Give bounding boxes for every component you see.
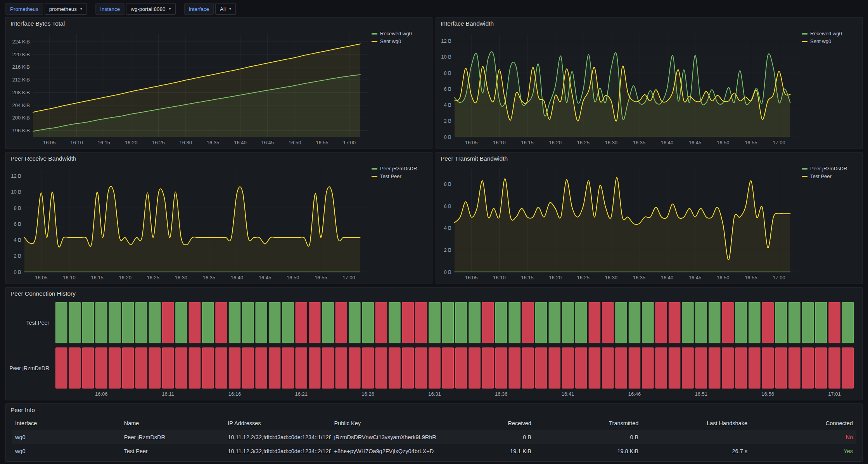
legend-item-received-wg0[interactable]: Received wg0 bbox=[372, 31, 412, 36]
svg-text:16:20: 16:20 bbox=[549, 275, 562, 280]
svg-text:16:10: 16:10 bbox=[70, 140, 83, 145]
panel-title: Peer Info bbox=[10, 407, 35, 414]
panel-header[interactable]: Interface Bandwidth bbox=[436, 17, 862, 30]
panel-peer-transmit-bandwidth: Peer Transmit Bandwidth 0 B2 B4 B6 B8 B1… bbox=[436, 152, 863, 284]
panel-header[interactable]: Interface Bytes Total bbox=[6, 17, 432, 30]
svg-text:8 B: 8 B bbox=[444, 181, 451, 187]
column-header-name[interactable]: Name bbox=[121, 416, 225, 430]
legend-item-received-wg0[interactable]: Received wg0 bbox=[802, 31, 842, 36]
svg-text:16:16: 16:16 bbox=[228, 391, 241, 397]
svg-text:208 KiB: 208 KiB bbox=[12, 90, 30, 95]
panel-header[interactable]: Peer Info bbox=[6, 404, 862, 416]
legend: Peer jRzmDsDRTest Peer bbox=[802, 165, 860, 282]
cell-transmitted: 19.8 KiB bbox=[534, 444, 641, 458]
svg-text:16:50: 16:50 bbox=[287, 275, 299, 280]
chevron-down-icon: ▾ bbox=[169, 7, 171, 11]
legend-swatch bbox=[372, 41, 377, 42]
svg-text:16:25: 16:25 bbox=[152, 140, 165, 145]
svg-text:16:15: 16:15 bbox=[98, 140, 111, 145]
panel-row-3: Peer Connection History Test PeerPeer jR… bbox=[5, 287, 863, 400]
svg-text:17:00: 17:00 bbox=[343, 140, 356, 145]
variable-dropdown-instance[interactable]: wg-portal:8080▾ bbox=[126, 3, 175, 15]
svg-text:16:30: 16:30 bbox=[180, 140, 192, 145]
svg-text:16:35: 16:35 bbox=[203, 275, 216, 280]
panel-row-1: Interface Bytes Total 196 KiB200 KiB204 … bbox=[5, 17, 863, 149]
svg-text:16:15: 16:15 bbox=[521, 140, 534, 145]
svg-text:16:05: 16:05 bbox=[43, 140, 56, 145]
interface-bandwidth-chart[interactable]: 0 B2 B4 B6 B8 B10 B12 B16:0516:1016:1516… bbox=[438, 30, 802, 147]
svg-text:16:25: 16:25 bbox=[147, 275, 159, 280]
peer-connection-history-timeline[interactable]: Test PeerPeer jRzmDsDR16:0616:1116:1616:… bbox=[8, 300, 860, 398]
cell-received: 0 B bbox=[444, 430, 534, 444]
svg-text:16:45: 16:45 bbox=[259, 275, 271, 280]
variable-dropdown-prometheus[interactable]: prometheus▾ bbox=[45, 3, 87, 15]
legend: Peer jRzmDsDRTest Peer bbox=[372, 165, 430, 282]
svg-text:16:40: 16:40 bbox=[234, 140, 247, 145]
peer-transmit-bandwidth-chart[interactable]: 0 B2 B4 B6 B8 B16:0516:1016:1516:2016:25… bbox=[438, 165, 802, 282]
svg-text:224 KiB: 224 KiB bbox=[12, 39, 30, 45]
column-header-transmitted[interactable]: Transmitted bbox=[534, 416, 641, 430]
legend-label: Received wg0 bbox=[380, 31, 412, 36]
column-header-connected[interactable]: Connected bbox=[750, 416, 856, 430]
svg-text:16:10: 16:10 bbox=[63, 275, 76, 280]
svg-text:10 B: 10 B bbox=[11, 189, 21, 195]
svg-text:16:45: 16:45 bbox=[261, 140, 274, 145]
panel-row-4: Peer Info InterfaceNameIP AddressesPubli… bbox=[5, 403, 863, 462]
svg-text:16:10: 16:10 bbox=[493, 140, 506, 145]
legend-item-test-peer[interactable]: Test Peer bbox=[372, 173, 401, 179]
legend-item-peer-jrzmdsdr[interactable]: Peer jRzmDsDR bbox=[802, 166, 847, 171]
panel-header[interactable]: Peer Receive Bandwidth bbox=[6, 152, 432, 165]
panel-header[interactable]: Peer Transmit Bandwidth bbox=[436, 152, 862, 165]
variable-dropdown-interface[interactable]: All▾ bbox=[215, 3, 236, 15]
cell-name: Test Peer bbox=[121, 444, 225, 458]
svg-text:16:55: 16:55 bbox=[315, 275, 327, 280]
svg-text:16:35: 16:35 bbox=[207, 140, 220, 145]
svg-text:16:20: 16:20 bbox=[125, 140, 138, 145]
legend-item-sent-wg0[interactable]: Sent wg0 bbox=[802, 38, 831, 44]
panel-peer-connection-history: Peer Connection History Test PeerPeer jR… bbox=[5, 287, 863, 400]
cell-last-handshake bbox=[641, 430, 750, 444]
legend-label: Peer jRzmDsDR bbox=[380, 166, 417, 171]
svg-text:216 KiB: 216 KiB bbox=[12, 64, 30, 70]
column-header-received[interactable]: Received bbox=[444, 416, 534, 430]
cell-last-handshake: 26.7 s bbox=[641, 444, 750, 458]
svg-text:16:11: 16:11 bbox=[162, 391, 174, 397]
svg-text:0 B: 0 B bbox=[444, 134, 451, 140]
svg-text:220 KiB: 220 KiB bbox=[12, 52, 30, 57]
panel-title: Peer Connection History bbox=[10, 290, 76, 297]
variable-label-instance[interactable]: Instance bbox=[95, 3, 124, 15]
svg-text:Peer jRzmDsDR: Peer jRzmDsDR bbox=[9, 365, 49, 371]
panel-header[interactable]: Peer Connection History bbox=[6, 287, 862, 300]
legend-swatch bbox=[802, 33, 807, 35]
legend-item-peer-jrzmdsdr[interactable]: Peer jRzmDsDR bbox=[372, 166, 417, 171]
svg-text:16:05: 16:05 bbox=[465, 275, 478, 280]
legend-label: Test Peer bbox=[380, 173, 401, 179]
variable-value-text: prometheus bbox=[49, 6, 77, 12]
panel-peer-info: Peer Info InterfaceNameIP AddressesPubli… bbox=[5, 403, 863, 462]
legend-item-test-peer[interactable]: Test Peer bbox=[802, 173, 832, 179]
legend-swatch bbox=[802, 41, 807, 42]
column-header-interface[interactable]: Interface bbox=[12, 416, 121, 430]
cell-public-key: +8he+pyWH7Oa9g2FVjIxQzy04brLX+D bbox=[331, 444, 444, 458]
cell-name: Peer jRzmDsDR bbox=[121, 430, 225, 444]
interface-bytes-total-chart[interactable]: 196 KiB200 KiB204 KiB208 KiB212 KiB216 K… bbox=[8, 30, 372, 147]
variable-label-interface[interactable]: Interface bbox=[184, 3, 214, 15]
column-header-last-handshake[interactable]: Last Handshake bbox=[641, 416, 750, 430]
legend-item-sent-wg0[interactable]: Sent wg0 bbox=[372, 38, 401, 44]
peer-receive-bandwidth-chart[interactable]: 0 B2 B4 B6 B8 B10 B12 B16:0516:1016:1516… bbox=[8, 165, 372, 282]
svg-text:16:50: 16:50 bbox=[717, 140, 730, 145]
svg-text:16:20: 16:20 bbox=[549, 140, 562, 145]
column-header-public-key[interactable]: Public Key bbox=[331, 416, 444, 430]
svg-text:16:31: 16:31 bbox=[428, 391, 441, 397]
svg-text:16:40: 16:40 bbox=[231, 275, 244, 280]
column-header-ip-addresses[interactable]: IP Addresses bbox=[225, 416, 331, 430]
variable-label-prometheus[interactable]: Prometheus bbox=[5, 3, 43, 15]
svg-text:16:40: 16:40 bbox=[661, 275, 674, 280]
svg-text:4 B: 4 B bbox=[444, 225, 451, 231]
svg-text:212 KiB: 212 KiB bbox=[12, 77, 30, 83]
legend-swatch bbox=[802, 168, 807, 170]
svg-text:16:40: 16:40 bbox=[661, 140, 674, 145]
legend-label: Sent wg0 bbox=[810, 38, 831, 44]
legend-label: Peer jRzmDsDR bbox=[810, 166, 847, 171]
variable-interface: InterfaceAll▾ bbox=[184, 3, 236, 15]
